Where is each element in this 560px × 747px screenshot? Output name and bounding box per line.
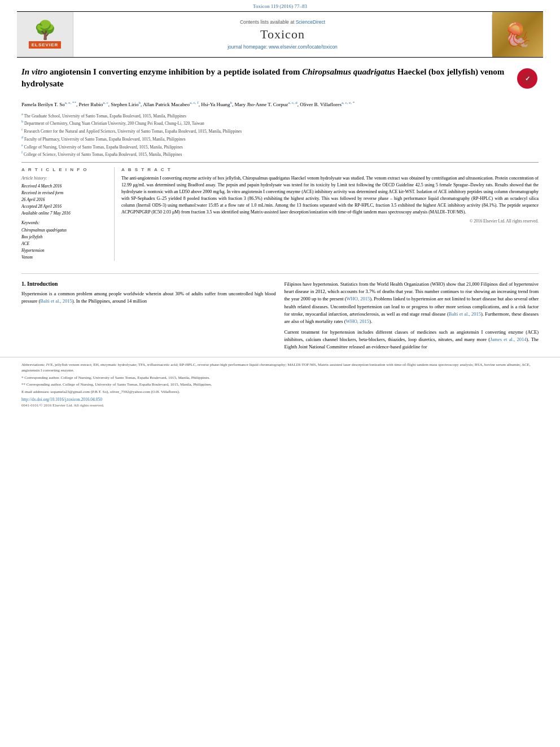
- affiliation-c: c Research Center for the Natural and Ap…: [21, 127, 539, 134]
- corresponding1-footnote: * Corresponding author. College of Nursi…: [21, 375, 539, 381]
- author-7-sup: a, c, e, *: [342, 101, 355, 105]
- balti-link-2[interactable]: Balti et al., 2015: [449, 311, 481, 317]
- balti-link-1[interactable]: Balti et al., 2015: [40, 298, 72, 304]
- article-content: In vitro angiotensin I converting enzyme…: [0, 58, 560, 267]
- crossmark-badge[interactable]: ✓: [517, 68, 539, 90]
- body-two-col: 1. Introduction Hypertension is a common…: [0, 281, 560, 351]
- section-divider: [21, 273, 539, 274]
- elsevier-logo-area: 🌳 ELSEVIER: [17, 12, 73, 57]
- elsevier-wordmark: ELSEVIER: [29, 41, 62, 49]
- body-col-right: Filipinos have hypertension. Statistics …: [285, 281, 539, 351]
- contents-text: Contents lists available at: [240, 19, 294, 25]
- authors-line: Pamela Berilyn T. Soa, e, **, Peter Rubi…: [21, 100, 539, 109]
- author-5-sup: b: [230, 101, 232, 105]
- online-entry: Available online 7 May 2016: [21, 210, 108, 217]
- journal-title: Toxicon: [79, 27, 486, 42]
- affiliation-f: f College of Science, University of Sant…: [21, 150, 539, 158]
- contents-available-line: Contents lists available at ScienceDirec…: [79, 19, 486, 25]
- affiliation-d: d Faculty of Pharmacy, University of San…: [21, 135, 539, 142]
- intro-left-text: Hypertension is a common problem among p…: [21, 290, 276, 305]
- keyword-3: ACE: [21, 241, 29, 246]
- keywords-section: Keywords: Chiropsalmus quadrigatus Box j…: [21, 220, 108, 261]
- page-wrapper: Toxicon 119 (2016) 77–83 🌳 ELSEVIER Cont…: [0, 0, 560, 747]
- keyword-1: Chiropsalmus quadrigatus: [21, 228, 67, 233]
- svg-text:✓: ✓: [525, 75, 530, 82]
- keywords-list: Chiropsalmus quadrigatus Box jellyfish A…: [21, 227, 108, 261]
- doi-text: http://dx.doi.org/10.1016/j.toxicon.2016…: [21, 397, 102, 402]
- history-label: Article history:: [21, 175, 108, 182]
- sciencedirect-link[interactable]: ScienceDirect: [296, 19, 325, 25]
- homepage-link[interactable]: www.elsevier.com/locate/toxicon: [269, 44, 338, 50]
- elsevier-tree-icon: 🌳: [34, 21, 56, 39]
- citation-bar: Toxicon 119 (2016) 77–83: [0, 0, 560, 11]
- journal-header: 🌳 ELSEVIER Contents lists available at S…: [17, 11, 543, 58]
- title-part2: angiotensin I converting enzyme inhibiti…: [47, 67, 302, 76]
- keyword-2: Box jellyfish: [21, 234, 42, 239]
- keyword-4: Hypertension: [21, 248, 44, 253]
- affiliations: a The Graduate School, University of San…: [21, 112, 539, 158]
- author-3: Stephen Lirio: [111, 102, 138, 107]
- intro-heading: 1. Introduction: [21, 281, 276, 287]
- author-7: Oliver B. Villaflores: [300, 102, 342, 107]
- abstract-body: The anti-angiotensin I converting enzyme…: [121, 176, 539, 215]
- james-link[interactable]: James et al., 2014: [490, 337, 526, 342]
- accepted-entry: Accepted 28 April 2016: [21, 203, 108, 210]
- article-info-abstract-section: A R T I C L E I N F O Article history: R…: [21, 162, 539, 261]
- intro-right-text-2: Current treatment for hypertension inclu…: [285, 329, 539, 351]
- article-title-section: In vitro angiotensin I converting enzyme…: [21, 66, 539, 94]
- issn-line: 0041-0101/© 2016 Elsevier Ltd. All right…: [21, 403, 539, 408]
- keywords-label: Keywords:: [21, 220, 108, 225]
- author-1-sup: a, e, **: [65, 101, 76, 105]
- accepted-text: Accepted 28 April 2016: [21, 203, 62, 210]
- author-3-sup: b: [139, 101, 141, 105]
- author-4: Allan Patrick Macabeo: [143, 102, 190, 107]
- author-2-sup: a, c: [103, 101, 108, 105]
- revised-entry: Received in revised form: [21, 190, 108, 196]
- article-title-main: In vitro angiotensin I converting enzyme…: [21, 66, 511, 90]
- revised-label: Received in revised form: [21, 190, 63, 196]
- author-1: Pamela Berilyn T. So: [21, 102, 65, 107]
- footnotes-area: Abbreviations: JVE, jellyfish venom extr…: [0, 357, 560, 413]
- affiliation-e: e College of Nursing, University of Sant…: [21, 143, 539, 150]
- title-italic-start: In vitro: [21, 67, 47, 76]
- intro-right-text-1: Filipinos have hypertension. Statistics …: [285, 281, 539, 325]
- affiliation-a: a The Graduate School, University of San…: [21, 112, 539, 119]
- homepage-label: journal homepage:: [228, 44, 267, 50]
- crossmark-circle: ✓: [517, 68, 537, 89]
- jellyfish-icon: 🪼: [504, 21, 532, 48]
- abbreviations-footnote: Abbreviations: JVE, jellyfish venom extr…: [21, 362, 539, 374]
- article-history: Article history: Received 4 March 2016 R…: [21, 175, 108, 217]
- abstract-text: The anti-angiotensin I converting enzyme…: [121, 175, 539, 216]
- received-entry: Received 4 March 2016: [21, 183, 108, 190]
- author-4-sup: a, c, f: [190, 101, 199, 105]
- copyright-line: © 2016 Elsevier Ltd. All rights reserved…: [121, 219, 539, 224]
- doi-line[interactable]: http://dx.doi.org/10.1016/j.toxicon.2016…: [21, 397, 539, 402]
- journal-center-info: Contents lists available at ScienceDirec…: [73, 15, 492, 54]
- online-text: Available online 7 May 2016: [21, 210, 71, 217]
- body-col-left: 1. Introduction Hypertension is a common…: [21, 281, 276, 351]
- abstract-label: A B S T R A C T: [121, 167, 539, 172]
- author-2: Peter Rubio: [78, 102, 103, 107]
- affiliation-b: b Department of Chemistry, Chung Yuan Ch…: [21, 119, 539, 126]
- revised-date-entry: 26 April 2016: [21, 196, 108, 203]
- author-6-sup: a, c, d: [288, 101, 298, 105]
- received-text: Received 4 March 2016: [21, 183, 62, 190]
- author-5: Hsi-Ya Huang: [201, 102, 230, 107]
- abstract-column: A B S T R A C T The anti-angiotensin I c…: [121, 167, 539, 261]
- homepage-line: journal homepage: www.elsevier.com/locat…: [79, 44, 486, 50]
- revised-date: 26 April 2016: [21, 196, 45, 203]
- who-link-1[interactable]: WHO, 2015: [347, 296, 370, 302]
- article-info-label: A R T I C L E I N F O: [21, 167, 108, 172]
- corresponding2-footnote: ** Corresponding author. College of Nurs…: [21, 382, 539, 388]
- citation-text: Toxicon 119 (2016) 77–83: [253, 3, 307, 9]
- crossmark-icon: ✓: [520, 72, 534, 85]
- keyword-5: Venom: [21, 255, 33, 260]
- who-link-2[interactable]: WHO, 2015: [346, 318, 370, 324]
- article-title-text: In vitro angiotensin I converting enzyme…: [21, 66, 511, 90]
- email-footnote: E-mail addresses: sopamela23@gmail.com (…: [21, 389, 539, 395]
- title-species-italic: Chiropsalmus quadrigatus: [302, 67, 395, 76]
- article-info-column: A R T I C L E I N F O Article history: R…: [21, 167, 115, 261]
- author-6: Mary Jho-Anne T. Corpuz: [234, 102, 288, 107]
- journal-cover-image: 🪼: [492, 12, 543, 57]
